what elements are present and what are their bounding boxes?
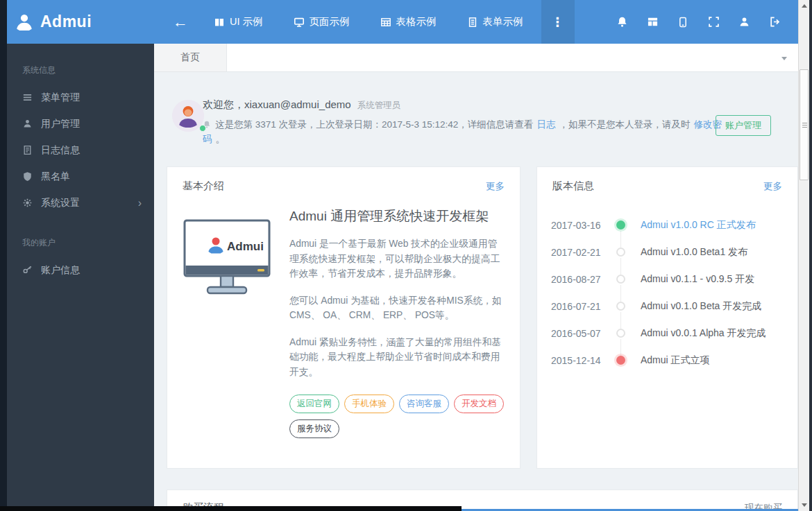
mobile-icon [677, 17, 688, 28]
dev-docs-button[interactable]: 开发文档 [454, 395, 504, 413]
key-icon [22, 265, 33, 276]
notifications-button[interactable] [607, 0, 637, 44]
timeline-dot-column [607, 356, 634, 365]
shield-icon [22, 171, 33, 182]
sidebar-item-user-management[interactable]: 用户管理 [7, 111, 154, 137]
nav-item-label: 表单示例 [483, 15, 523, 28]
intro-paragraph: 您可以 Admui 为基础，快速开发各种MIS系统，如 CMS、 OA、 CRM… [289, 293, 505, 323]
timeline-row: 2016-08-27 Admui v0.1.1 - v0.9.5 开发 [551, 266, 797, 293]
navbar-spacer [575, 0, 607, 44]
timeline-entry: Admui v1.0.0 Beta1 发布 [641, 246, 747, 259]
login-message: 这是您第 3371 次登录，上次登录日期：2017-5-3 15:12:42，详… [203, 117, 727, 146]
content-area: 欢迎您，xiaxuan@admui_demo系统管理员 这是您第 3371 次登… [154, 72, 798, 511]
user-menu-button[interactable] [729, 0, 759, 44]
timeline-entry: Admui v0.1.1 - v0.9.5 开发 [641, 273, 754, 286]
logout-button[interactable] [759, 0, 790, 44]
timeline-dot-column [607, 302, 634, 311]
back-button[interactable]: ← [162, 0, 198, 44]
timeline-date: 2017-03-16 [551, 220, 607, 231]
online-status-dot [199, 125, 206, 132]
welcome-greeting: 欢迎您，xiaxuan@admui_demo [203, 98, 351, 110]
window-left-edge [0, 0, 7, 511]
form-icon [467, 17, 478, 28]
scroll-up-button[interactable] [799, 0, 809, 12]
customer-service-button[interactable]: 咨询客服 [399, 395, 449, 413]
sidebar-item-system-settings[interactable]: 系统设置 › [7, 190, 154, 216]
tab-bar: 首页 [154, 44, 798, 72]
intro-tag-buttons: 返回官网 手机体验 咨询客服 开发文档 服务协议 [289, 395, 505, 438]
timeline-dot-hollow [616, 329, 625, 338]
nav-item-label: UI 示例 [230, 15, 263, 28]
layout-icon [647, 16, 659, 28]
service-agreement-button[interactable]: 服务协议 [289, 419, 339, 438]
user-role-badge: 系统管理员 [357, 101, 401, 110]
timeline-dot-hollow [616, 302, 625, 311]
timeline-row: 2016-07-21 Admui v0.1.0 Beta 开发完成 [551, 293, 797, 320]
sidebar-item-label: 菜单管理 [41, 92, 80, 104]
scrollbar-thumb[interactable] [800, 69, 809, 180]
nav-item-label: 表格示例 [396, 15, 437, 28]
timeline-date: 2017-02-21 [551, 247, 607, 258]
timeline-row: 2017-02-21 Admui v1.0.0 Beta1 发布 [551, 239, 797, 266]
account-manage-button[interactable]: 账户管理 [716, 115, 771, 136]
navbar-right-icons [607, 0, 798, 44]
nav-item-page-demo[interactable]: 页面示例 [283, 0, 360, 44]
timeline-dot-hollow [616, 248, 625, 257]
scroll-down-button[interactable] [799, 499, 809, 511]
login-message-part1: 这是您第 3371 次登录，上次登录日期：2017-5-3 15:12:42，详… [215, 119, 533, 130]
mobile-button[interactable] [668, 0, 698, 44]
bell-icon [616, 16, 628, 28]
timeline-dot-column [607, 248, 634, 257]
sidebar-item-account-info[interactable]: 账户信息 [7, 257, 154, 284]
timeline-entry: Admui v0.0.1 Alpha 开发完成 [641, 327, 766, 340]
nav-item-ui-demo[interactable]: UI 示例 [203, 0, 273, 44]
version-more-link[interactable]: 更多 [763, 180, 782, 193]
timeline-entry: Admui 正式立项 [641, 354, 710, 367]
version-card-title: 版本信息 [552, 180, 594, 193]
intro-card: 基本介绍 更多 Admui [167, 166, 521, 469]
version-card-header: 版本信息 更多 [537, 167, 797, 203]
timeline-entry-link[interactable]: Admui v1.0.0 RC 正式发布 [641, 219, 756, 232]
timeline-date: 2016-08-27 [551, 274, 607, 285]
nav-item-label: 页面示例 [310, 15, 350, 28]
avatar[interactable] [172, 100, 205, 133]
official-site-button[interactable]: 返回官网 [289, 395, 339, 413]
fullscreen-icon [708, 16, 720, 28]
tab-home[interactable]: 首页 [154, 44, 227, 71]
monitor-icon [294, 17, 305, 28]
nav-item-table-demo[interactable]: 表格示例 [370, 0, 447, 44]
top-navbar: Admui ← UI 示例 页面示例 [7, 0, 798, 44]
timeline-dot-hollow [616, 275, 625, 284]
nav-item-form-demo[interactable]: 表单示例 [457, 0, 534, 44]
triangle-down-icon [802, 503, 807, 507]
intro-text-column: Admui 通用管理系统快速开发框架 Admui 是一个基于最新 Web 技术的… [289, 207, 505, 438]
log-link[interactable]: 日志 [536, 119, 555, 130]
gear-icon [22, 198, 33, 209]
intro-card-header: 基本介绍 更多 [167, 167, 520, 203]
caret-down-icon[interactable] [781, 57, 787, 60]
brand-person-icon [14, 12, 35, 33]
timeline-dot-column [607, 329, 634, 338]
fullscreen-button[interactable] [698, 0, 729, 44]
intro-more-link[interactable]: 更多 [486, 180, 505, 193]
sidebar-item-label: 系统设置 [41, 197, 80, 209]
timeline-date: 2015-12-14 [551, 355, 607, 366]
login-message-end: 。 [216, 134, 226, 144]
triangle-up-icon [802, 4, 807, 8]
timeline-dot-column [607, 220, 634, 229]
sidebar-item-log-info[interactable]: 日志信息 [7, 137, 154, 164]
timeline-row: 2017-03-16 Admui v1.0.0 RC 正式发布 [551, 211, 797, 239]
sidebar-item-label: 账户信息 [41, 264, 80, 277]
nav-more-button[interactable]: ⋮ [541, 0, 575, 44]
brand-logo[interactable]: Admui [7, 0, 154, 44]
sidebar-item-menu-management[interactable]: 菜单管理 [7, 85, 154, 111]
product-title: Admui 通用管理系统快速开发框架 [289, 207, 505, 225]
sidebar-item-blacklist[interactable]: 黑名单 [7, 164, 154, 190]
layout-button[interactable] [637, 0, 668, 44]
timeline-entry: Admui v0.1.0 Beta 开发完成 [641, 300, 761, 313]
mobile-experience-button[interactable]: 手机体验 [344, 395, 394, 413]
timeline-date: 2016-05-07 [551, 328, 607, 339]
vertical-scrollbar[interactable] [798, 0, 809, 511]
menu-icon [22, 92, 33, 103]
logout-icon [769, 16, 781, 28]
